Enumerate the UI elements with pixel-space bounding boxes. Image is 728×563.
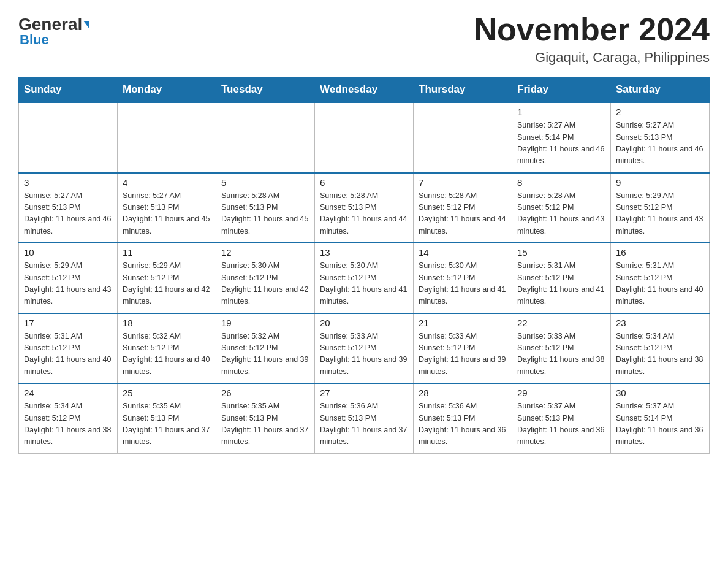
- calendar-cell: 4Sunrise: 5:27 AMSunset: 5:13 PMDaylight…: [118, 173, 216, 243]
- day-info: Sunrise: 5:33 AMSunset: 5:12 PMDaylight:…: [419, 331, 507, 378]
- calendar-cell: 24Sunrise: 5:34 AMSunset: 5:12 PMDayligh…: [19, 383, 118, 453]
- day-number: 3: [24, 177, 112, 188]
- calendar-cell: 8Sunrise: 5:28 AMSunset: 5:12 PMDaylight…: [512, 173, 611, 243]
- day-info: Sunrise: 5:28 AMSunset: 5:13 PMDaylight:…: [320, 190, 408, 238]
- day-number: 1: [517, 107, 605, 117]
- day-info: Sunrise: 5:30 AMSunset: 5:12 PMDaylight:…: [419, 260, 507, 308]
- calendar-cell: 23Sunrise: 5:34 AMSunset: 5:12 PMDayligh…: [611, 313, 710, 384]
- calendar-cell: [118, 102, 216, 173]
- day-number: 16: [616, 247, 704, 258]
- day-number: 14: [419, 247, 507, 258]
- calendar-table: SundayMondayTuesdayWednesdayThursdayFrid…: [18, 77, 710, 454]
- day-info: Sunrise: 5:28 AMSunset: 5:12 PMDaylight:…: [419, 190, 507, 238]
- day-info: Sunrise: 5:34 AMSunset: 5:12 PMDaylight:…: [616, 331, 704, 378]
- day-info: Sunrise: 5:30 AMSunset: 5:12 PMDaylight:…: [320, 260, 408, 308]
- weekday-header-saturday: Saturday: [611, 77, 710, 103]
- day-info: Sunrise: 5:27 AMSunset: 5:14 PMDaylight:…: [517, 120, 605, 167]
- calendar-cell: 18Sunrise: 5:32 AMSunset: 5:12 PMDayligh…: [118, 313, 216, 384]
- day-info: Sunrise: 5:29 AMSunset: 5:12 PMDaylight:…: [616, 190, 704, 238]
- calendar-cell: 13Sunrise: 5:30 AMSunset: 5:12 PMDayligh…: [315, 243, 414, 313]
- weekday-row: SundayMondayTuesdayWednesdayThursdayFrid…: [19, 77, 710, 103]
- calendar-cell: 15Sunrise: 5:31 AMSunset: 5:12 PMDayligh…: [512, 243, 611, 313]
- day-number: 8: [517, 177, 605, 188]
- calendar-cell: 29Sunrise: 5:37 AMSunset: 5:13 PMDayligh…: [512, 383, 611, 453]
- day-number: 27: [320, 388, 408, 398]
- day-number: 2: [616, 107, 704, 117]
- day-info: Sunrise: 5:29 AMSunset: 5:12 PMDaylight:…: [24, 260, 112, 308]
- calendar-cell: 14Sunrise: 5:30 AMSunset: 5:12 PMDayligh…: [414, 243, 512, 313]
- logo-arrow-icon: [83, 21, 89, 29]
- day-number: 28: [419, 388, 507, 398]
- calendar-cell: 20Sunrise: 5:33 AMSunset: 5:12 PMDayligh…: [315, 313, 414, 384]
- calendar-week-5: 24Sunrise: 5:34 AMSunset: 5:12 PMDayligh…: [19, 383, 710, 453]
- calendar-cell: [216, 102, 315, 173]
- weekday-header-wednesday: Wednesday: [315, 77, 414, 103]
- day-number: 17: [24, 318, 112, 328]
- calendar-cell: 2Sunrise: 5:27 AMSunset: 5:13 PMDaylight…: [611, 102, 710, 173]
- weekday-header-thursday: Thursday: [414, 77, 512, 103]
- day-number: 29: [517, 388, 605, 398]
- calendar-cell: 17Sunrise: 5:31 AMSunset: 5:12 PMDayligh…: [19, 313, 118, 384]
- title-section: November 2024 Gigaquit, Caraga, Philippi…: [474, 12, 710, 66]
- day-info: Sunrise: 5:32 AMSunset: 5:12 PMDaylight:…: [221, 331, 309, 378]
- calendar-cell: 28Sunrise: 5:36 AMSunset: 5:13 PMDayligh…: [414, 383, 512, 453]
- weekday-header-monday: Monday: [118, 77, 216, 103]
- day-info: Sunrise: 5:33 AMSunset: 5:12 PMDaylight:…: [517, 331, 605, 378]
- day-info: Sunrise: 5:27 AMSunset: 5:13 PMDaylight:…: [24, 190, 112, 238]
- calendar-cell: 25Sunrise: 5:35 AMSunset: 5:13 PMDayligh…: [118, 383, 216, 453]
- day-info: Sunrise: 5:31 AMSunset: 5:12 PMDaylight:…: [24, 331, 112, 378]
- day-number: 11: [123, 247, 211, 258]
- day-info: Sunrise: 5:31 AMSunset: 5:12 PMDaylight:…: [517, 260, 605, 308]
- location-subtitle: Gigaquit, Caraga, Philippines: [474, 50, 710, 66]
- day-number: 23: [616, 318, 704, 328]
- day-info: Sunrise: 5:31 AMSunset: 5:12 PMDaylight:…: [616, 260, 704, 308]
- calendar-week-3: 10Sunrise: 5:29 AMSunset: 5:12 PMDayligh…: [19, 243, 710, 313]
- day-info: Sunrise: 5:37 AMSunset: 5:14 PMDaylight:…: [616, 400, 704, 448]
- calendar-cell: 11Sunrise: 5:29 AMSunset: 5:12 PMDayligh…: [118, 243, 216, 313]
- day-number: 18: [123, 318, 211, 328]
- day-info: Sunrise: 5:36 AMSunset: 5:13 PMDaylight:…: [320, 400, 408, 448]
- calendar-cell: 19Sunrise: 5:32 AMSunset: 5:12 PMDayligh…: [216, 313, 315, 384]
- calendar-cell: 30Sunrise: 5:37 AMSunset: 5:14 PMDayligh…: [611, 383, 710, 453]
- calendar-cell: 16Sunrise: 5:31 AMSunset: 5:12 PMDayligh…: [611, 243, 710, 313]
- calendar-week-2: 3Sunrise: 5:27 AMSunset: 5:13 PMDaylight…: [19, 173, 710, 243]
- day-number: 7: [419, 177, 507, 188]
- logo: General Blue: [18, 12, 89, 47]
- weekday-header-sunday: Sunday: [19, 77, 118, 103]
- calendar-header: SundayMondayTuesdayWednesdayThursdayFrid…: [19, 77, 710, 103]
- day-info: Sunrise: 5:29 AMSunset: 5:12 PMDaylight:…: [123, 260, 211, 308]
- day-info: Sunrise: 5:28 AMSunset: 5:13 PMDaylight:…: [221, 190, 309, 238]
- calendar-cell: [315, 102, 414, 173]
- day-info: Sunrise: 5:30 AMSunset: 5:12 PMDaylight:…: [221, 260, 309, 308]
- logo-general-text: General: [18, 16, 89, 33]
- day-info: Sunrise: 5:27 AMSunset: 5:13 PMDaylight:…: [616, 120, 704, 167]
- day-number: 5: [221, 177, 309, 188]
- day-number: 22: [517, 318, 605, 328]
- calendar-cell: [19, 102, 118, 173]
- calendar-cell: 9Sunrise: 5:29 AMSunset: 5:12 PMDaylight…: [611, 173, 710, 243]
- calendar-cell: 5Sunrise: 5:28 AMSunset: 5:13 PMDaylight…: [216, 173, 315, 243]
- calendar-body: 1Sunrise: 5:27 AMSunset: 5:14 PMDaylight…: [19, 102, 710, 453]
- day-number: 4: [123, 177, 211, 188]
- calendar-cell: 10Sunrise: 5:29 AMSunset: 5:12 PMDayligh…: [19, 243, 118, 313]
- day-number: 20: [320, 318, 408, 328]
- day-number: 19: [221, 318, 309, 328]
- day-info: Sunrise: 5:32 AMSunset: 5:12 PMDaylight:…: [123, 331, 211, 378]
- day-info: Sunrise: 5:33 AMSunset: 5:12 PMDaylight:…: [320, 331, 408, 378]
- day-number: 9: [616, 177, 704, 188]
- weekday-header-tuesday: Tuesday: [216, 77, 315, 103]
- day-info: Sunrise: 5:35 AMSunset: 5:13 PMDaylight:…: [123, 400, 211, 448]
- day-info: Sunrise: 5:36 AMSunset: 5:13 PMDaylight:…: [419, 400, 507, 448]
- calendar-cell: 22Sunrise: 5:33 AMSunset: 5:12 PMDayligh…: [512, 313, 611, 384]
- day-info: Sunrise: 5:35 AMSunset: 5:13 PMDaylight:…: [221, 400, 309, 448]
- month-year-title: November 2024: [474, 12, 710, 47]
- calendar-cell: 27Sunrise: 5:36 AMSunset: 5:13 PMDayligh…: [315, 383, 414, 453]
- day-info: Sunrise: 5:37 AMSunset: 5:13 PMDaylight:…: [517, 400, 605, 448]
- day-number: 30: [616, 388, 704, 398]
- day-info: Sunrise: 5:28 AMSunset: 5:12 PMDaylight:…: [517, 190, 605, 238]
- day-number: 10: [24, 247, 112, 258]
- day-number: 21: [419, 318, 507, 328]
- calendar-week-1: 1Sunrise: 5:27 AMSunset: 5:14 PMDaylight…: [19, 102, 710, 173]
- day-number: 24: [24, 388, 112, 398]
- calendar-cell: 3Sunrise: 5:27 AMSunset: 5:13 PMDaylight…: [19, 173, 118, 243]
